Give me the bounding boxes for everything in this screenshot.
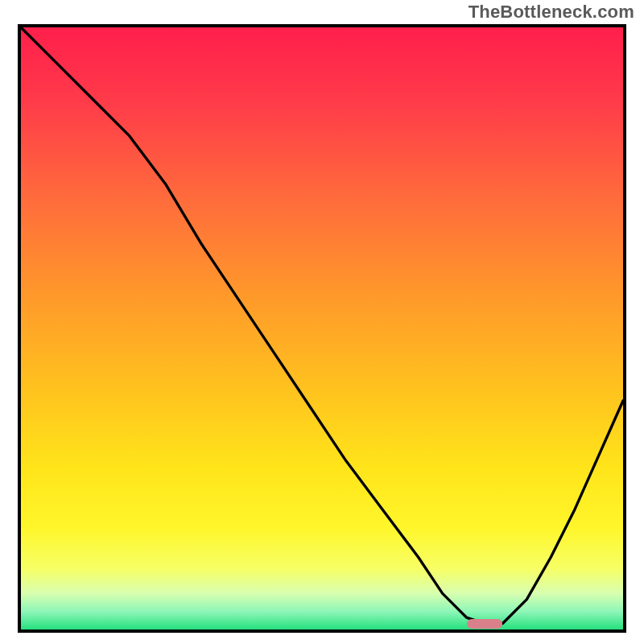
chart-curve	[21, 27, 623, 630]
optimum-marker	[467, 619, 503, 629]
chart-root: TheBottleneck.com	[0, 0, 644, 644]
plot-area	[18, 24, 626, 633]
watermark-text: TheBottleneck.com	[469, 2, 634, 23]
